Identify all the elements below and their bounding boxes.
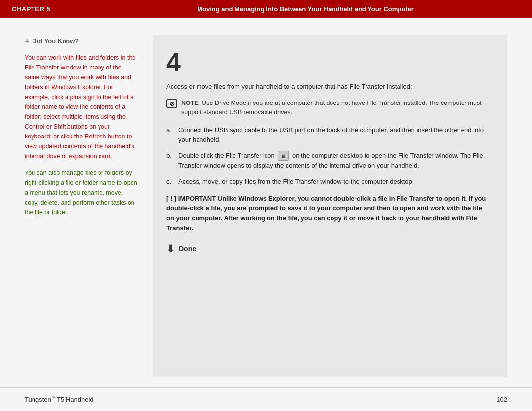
step-number: 4 [166, 49, 492, 75]
sidebar: + Did You Know? You can work with files … [25, 35, 138, 377]
sub-step-a: a. Connect the USB sync cable to the USB… [166, 125, 492, 145]
important-label: IMPORTANT [178, 195, 218, 202]
step-intro: Access or move files from your handheld … [166, 82, 492, 92]
note-text: Use Drive Mode if you are at a computer … [181, 100, 482, 116]
did-you-know-header: + Did You Know? [25, 35, 138, 48]
sub-step-b-text: Double-click the File Transfer icon 🖥 on… [178, 151, 492, 171]
important-bracket: [ ! ] [166, 195, 178, 202]
done-section[interactable]: ⬇ Done [166, 243, 492, 255]
sub-step-b: b. Double-click the File Transfer icon 🖥… [166, 151, 492, 171]
sub-step-c-text: Access, move, or copy files from the Fil… [178, 177, 414, 187]
sub-step-c: c. Access, move, or copy files from the … [166, 177, 492, 187]
file-transfer-icon: 🖥 [278, 151, 289, 161]
trademark-symbol: ™ [51, 396, 55, 400]
did-you-know-label: Did You Know? [32, 36, 79, 46]
sub-steps: a. Connect the USB sync cable to the USB… [166, 125, 492, 187]
note-content: NOTE Use Drive Mode if you are at a comp… [181, 99, 492, 117]
sidebar-text-2: You can also manage files or folders by … [25, 168, 138, 217]
page-header: CHAPTER 5 Moving and Managing Info Betwe… [0, 0, 532, 18]
done-arrow-icon: ⬇ [166, 243, 175, 255]
footer-page-number: 102 [497, 396, 507, 403]
page-footer: Tungsten™ T5 Handheld 102 [0, 387, 532, 411]
important-block: [ ! ] IMPORTANT Unlike Windows Explorer,… [166, 194, 492, 234]
footer-brand: Tungsten™ T5 Handheld [25, 396, 94, 403]
note-label: NOTE [181, 100, 199, 106]
done-label: Done [179, 245, 196, 253]
sub-step-a-text: Connect the USB sync cable to the USB po… [178, 125, 492, 145]
sub-step-a-label: a. [166, 125, 174, 135]
sidebar-text-1: You can work with files and folders in t… [25, 53, 138, 161]
chapter-label: CHAPTER 5 [12, 5, 91, 13]
sub-step-b-label: b. [166, 151, 174, 161]
plus-icon: + [25, 35, 29, 48]
sub-step-c-label: c. [166, 177, 174, 187]
chapter-title: Moving and Managing Info Between Your Ha… [91, 5, 520, 13]
note-icon [166, 99, 177, 108]
note-block: NOTE Use Drive Mode if you are at a comp… [166, 99, 492, 117]
main-content-box: 4 Access or move files from your handhel… [153, 35, 507, 377]
page-body: + Did You Know? You can work with files … [0, 18, 532, 387]
